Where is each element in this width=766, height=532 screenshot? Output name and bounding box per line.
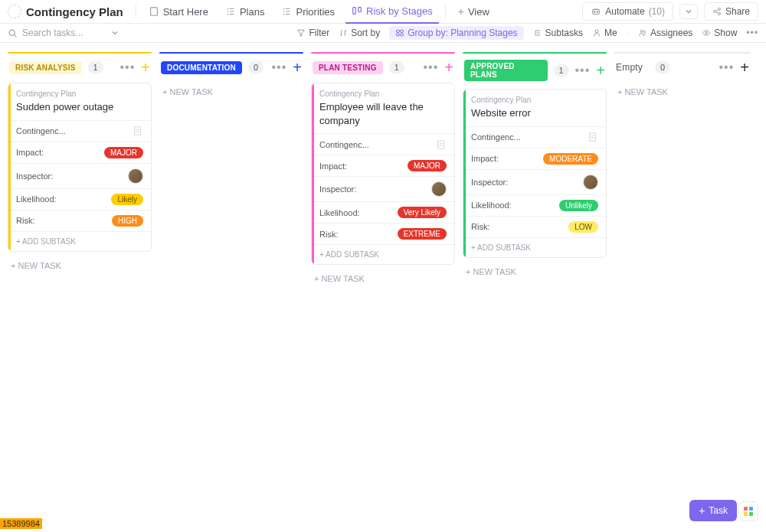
card-breadcrumb: Contingency Plan bbox=[16, 90, 143, 98]
sortby-button[interactable]: Sort by bbox=[339, 28, 380, 38]
contingency-field-label: Contingenc... bbox=[471, 132, 521, 142]
add-subtask-button[interactable]: + ADD SUBTASK bbox=[8, 231, 151, 251]
column-empty: Empty 0 ••• + + NEW TASK bbox=[614, 52, 751, 492]
column-more-button[interactable]: ••• bbox=[272, 61, 287, 73]
column-add-button[interactable]: + bbox=[444, 60, 453, 75]
risk-label: Risk: bbox=[471, 222, 489, 231]
svg-rect-10 bbox=[397, 30, 400, 32]
column-approved-plans: APPROVED PLANS 1 ••• + Contingency Plan … bbox=[463, 52, 607, 492]
tab-plans[interactable]: Plans bbox=[219, 0, 271, 24]
filter-button[interactable]: Filter bbox=[296, 28, 329, 38]
divider: · bbox=[627, 28, 629, 38]
add-subtask-button[interactable]: + ADD SUBTASK bbox=[312, 244, 454, 264]
document-icon[interactable] bbox=[588, 132, 598, 142]
subtasks-button[interactable]: Subtasks bbox=[533, 28, 583, 38]
column-label[interactable]: PLAN TESTING bbox=[313, 61, 383, 74]
column-label[interactable]: RISK ANALYSIS bbox=[9, 61, 82, 74]
svg-point-17 bbox=[705, 32, 707, 34]
automate-dropdown[interactable] bbox=[679, 4, 698, 19]
sortby-label: Sort by bbox=[351, 28, 380, 38]
impact-badge: MAJOR bbox=[104, 147, 143, 158]
avatar[interactable] bbox=[431, 181, 447, 197]
me-button[interactable]: Me bbox=[592, 28, 617, 38]
column-more-button[interactable]: ••• bbox=[424, 61, 439, 73]
column-count: 0 bbox=[655, 61, 670, 73]
risk-label: Risk: bbox=[16, 216, 34, 225]
task-card[interactable]: Contingency Plan Website error Contingen… bbox=[463, 89, 607, 258]
impact-label: Impact: bbox=[471, 154, 499, 163]
svg-rect-20 bbox=[590, 133, 596, 142]
filter-label: Filter bbox=[309, 28, 329, 38]
share-button[interactable]: Share bbox=[704, 2, 758, 21]
column-documentation: DOCUMENTATION 0 ••• + + NEW TASK bbox=[159, 52, 303, 492]
column-add-button[interactable]: + bbox=[596, 63, 605, 78]
task-card[interactable]: Contingency Plan Employee will leave the… bbox=[311, 83, 455, 265]
apps-fab[interactable] bbox=[738, 501, 758, 521]
column-accent bbox=[159, 52, 303, 54]
group-icon bbox=[395, 28, 404, 38]
assignees-button[interactable]: Assignees bbox=[638, 28, 692, 38]
show-button[interactable]: Show bbox=[702, 28, 737, 38]
column-more-button[interactable]: ••• bbox=[120, 61, 136, 73]
page-icon bbox=[8, 5, 21, 18]
column-more-button[interactable]: ••• bbox=[575, 64, 591, 77]
document-icon[interactable] bbox=[133, 126, 143, 136]
column-add-button[interactable]: + bbox=[293, 60, 302, 75]
svg-point-8 bbox=[718, 13, 720, 15]
risk-badge: HIGH bbox=[112, 215, 143, 227]
svg-point-5 bbox=[597, 11, 597, 12]
column-label[interactable]: DOCUMENTATION bbox=[161, 61, 242, 74]
card-accent bbox=[8, 83, 11, 251]
svg-point-6 bbox=[713, 11, 715, 13]
column-plan-testing: PLAN TESTING 1 ••• + Contingency Plan Em… bbox=[311, 52, 455, 492]
tab-add-view[interactable]: + View bbox=[452, 0, 496, 24]
apps-grid-icon bbox=[744, 507, 753, 516]
avatar[interactable] bbox=[583, 175, 598, 190]
new-task-button[interactable]: + NEW TASK bbox=[614, 83, 751, 101]
divider bbox=[445, 5, 446, 18]
tab-label: Plans bbox=[240, 6, 265, 18]
inspector-label: Inspector: bbox=[471, 178, 508, 187]
column-add-button[interactable]: + bbox=[740, 60, 749, 75]
share-icon bbox=[712, 7, 722, 16]
new-task-button[interactable]: + NEW TASK bbox=[159, 83, 303, 101]
chevron-down-icon[interactable] bbox=[111, 29, 119, 37]
svg-rect-11 bbox=[401, 30, 404, 32]
tab-start-here[interactable]: Start Here bbox=[142, 0, 214, 24]
impact-badge: MAJOR bbox=[408, 160, 447, 171]
search-input[interactable] bbox=[22, 28, 106, 38]
column-add-button[interactable]: + bbox=[141, 60, 150, 75]
me-label: Me bbox=[604, 28, 617, 38]
tab-priorities[interactable]: Priorities bbox=[275, 0, 341, 24]
card-accent bbox=[463, 90, 466, 257]
card-title: Employee will leave the company bbox=[319, 100, 447, 127]
document-icon[interactable] bbox=[436, 139, 447, 150]
groupby-button[interactable]: Group by: Planning Stages bbox=[389, 26, 523, 40]
column-count: 1 bbox=[554, 64, 569, 77]
column-label[interactable]: Empty bbox=[616, 60, 649, 75]
subtasks-label: Subtasks bbox=[545, 28, 583, 38]
page-title: Contingency Plan bbox=[26, 5, 123, 18]
column-header: PLAN TESTING 1 ••• + bbox=[311, 57, 455, 78]
tab-risk-by-stages[interactable]: Risk by Stages bbox=[345, 0, 439, 24]
more-button[interactable]: ••• bbox=[746, 28, 758, 38]
column-label[interactable]: APPROVED PLANS bbox=[464, 60, 548, 81]
avatar[interactable] bbox=[128, 168, 143, 184]
subtasks-icon bbox=[533, 28, 542, 38]
new-task-button[interactable]: + NEW TASK bbox=[463, 263, 607, 281]
new-task-button[interactable]: + NEW TASK bbox=[8, 256, 152, 275]
automate-button[interactable]: Automate (10) bbox=[582, 2, 673, 21]
task-card[interactable]: Contingency Plan Sudden power outage Con… bbox=[8, 83, 152, 252]
svg-rect-0 bbox=[150, 8, 157, 16]
svg-rect-13 bbox=[401, 34, 404, 36]
column-header: APPROVED PLANS 1 ••• + bbox=[463, 57, 607, 84]
list-icon bbox=[281, 6, 292, 17]
column-more-button[interactable]: ••• bbox=[719, 61, 735, 73]
new-task-button[interactable]: + NEW TASK bbox=[311, 269, 455, 288]
create-task-fab[interactable]: + Task bbox=[689, 500, 737, 521]
likelihood-label: Likelihood: bbox=[16, 194, 57, 204]
impact-label: Impact: bbox=[16, 148, 44, 157]
add-subtask-button[interactable]: + ADD SUBTASK bbox=[463, 237, 606, 257]
file-id-badge: 15389984 bbox=[0, 518, 42, 529]
person-icon bbox=[592, 28, 601, 38]
